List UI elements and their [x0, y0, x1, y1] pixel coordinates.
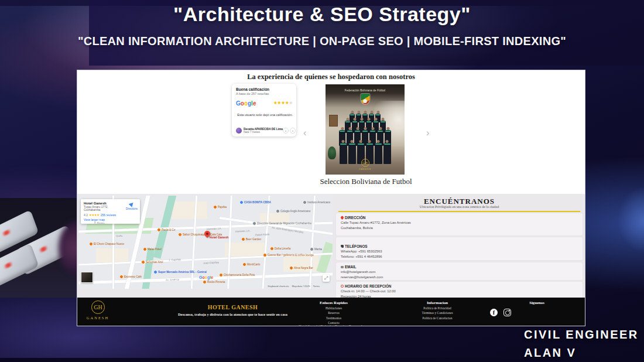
player-figure: [340, 143, 347, 164]
poi-dot-icon: [263, 253, 267, 257]
poi-dot-icon: [157, 228, 161, 232]
map-block: [225, 243, 266, 257]
map-poi[interactable]: Alma Negra Bar: [289, 266, 313, 270]
footer-link-terminos[interactable]: Términos y Condiciones: [405, 311, 470, 315]
footer-link-reservas[interactable]: Reservas: [310, 311, 357, 315]
poi-dot-icon: [153, 270, 157, 274]
photo-caption: Seleccion Boliviana de Futbol: [314, 177, 418, 186]
player-figure: [375, 143, 382, 164]
poi-dot-icon: [289, 266, 293, 270]
facebook-icon[interactable]: [490, 309, 498, 316]
poi-dot-icon: [239, 200, 244, 204]
carousel-prev-arrow[interactable]: ‹: [303, 128, 306, 138]
map-poi[interactable]: Super Mercado América SRL - Central: [153, 270, 207, 274]
contact-card-email: EMAIL info@hotelganesh.comreservas@hotel…: [336, 262, 583, 280]
player-figure: [348, 143, 356, 164]
slide-title: "Architecture & SEO Strategy": [0, 3, 644, 26]
poi-dot-icon: [303, 200, 307, 204]
poi-dot-icon: [119, 275, 124, 279]
reviewer-avatar: [236, 128, 242, 134]
footer-link-privacidad[interactable]: Política de Privacidad: [405, 306, 470, 310]
footer-link-cancelacion[interactable]: Política de Cancelacion: [405, 316, 470, 320]
phone-icon: [341, 245, 344, 248]
review-note: Esta usuario solo dejó una calificación.: [236, 113, 293, 117]
directions-icon: [129, 201, 135, 207]
map-poi[interactable]: Hotel Ganesh: [210, 235, 228, 239]
map-poi[interactable]: Instituto Americano: [303, 200, 330, 204]
website-screenshot: La experiencia de quienes se hospedaron …: [77, 70, 585, 326]
map-street-label: P. Retros: [94, 221, 105, 224]
footer-link-habitaciones[interactable]: Habitaciones: [310, 306, 357, 310]
map-poi[interactable]: Dirección General de Migración Cochabamb…: [252, 221, 311, 226]
google-logo: Google: [236, 97, 256, 108]
testimonials-heading: La experiencia de quienes se hospedaron …: [77, 73, 585, 81]
map-poi[interactable]: Marita: [310, 247, 322, 251]
map-poi[interactable]: Malai Pokel: [143, 247, 162, 251]
poi-dot-icon: [143, 247, 147, 251]
poi-dot-icon: [270, 247, 274, 251]
map-poi[interactable]: CASA BONITA CBBA: [239, 200, 271, 204]
hotel-monogram-name: GANESH: [326, 168, 405, 170]
map-poi[interactable]: Colegio Anglo Americano: [276, 209, 310, 213]
review-prev-button[interactable]: ‹: [283, 128, 289, 134]
footer-hotel-title: HOTEL GANESH: [176, 304, 290, 310]
map-street-label: Juan Capriles: [203, 261, 219, 264]
poi-dot-icon: [276, 209, 280, 213]
contact-card-address: DIRECCIÓN Calle Tupac Amaru #1772, Zona …: [336, 213, 583, 235]
map-imagery-thumbnail[interactable]: [81, 272, 93, 283]
site-footer: GH GANESH HOTEL GANESH Descansa, trabaja…: [77, 298, 585, 326]
footer-info-header: Informacion: [405, 300, 470, 305]
map-street-label: Av. América: [166, 278, 179, 282]
review-card-subtitle: A base de 257 reseñas: [236, 92, 293, 95]
map-canal: [141, 248, 155, 289]
map-poi[interactable]: Chicharronería Doña Pola: [219, 273, 255, 277]
keyboard-shortcuts-link[interactable]: Keyboard shortcuts: [268, 285, 289, 288]
poi-dot-icon: [310, 247, 314, 251]
footer-quicklinks-header: Enlaces Rapidos: [310, 300, 357, 305]
watermark-line2: ALAN V: [524, 344, 639, 362]
map-poi[interactable]: Señoritas Azul: [141, 260, 163, 264]
map-poi[interactable]: Doña Limeña: [270, 247, 290, 251]
footer-monogram-icon: GH: [91, 300, 105, 314]
poi-dot-icon: [178, 233, 182, 237]
poi-dot-icon: [203, 280, 207, 284]
map-terms-link[interactable]: Terms: [313, 285, 320, 288]
view-larger-map-link[interactable]: View larger map: [84, 218, 137, 221]
review-next-button[interactable]: ›: [290, 128, 296, 134]
map-poi[interactable]: Cosmo Bar / galletería & coffee lounge: [263, 253, 314, 257]
footer-copyright-partial: Hotel Ganesh | Todos los Derechos Reserv…: [203, 325, 461, 326]
instagram-icon[interactable]: [503, 309, 511, 316]
poi-dot-icon: [141, 260, 145, 264]
directions-link[interactable]: Directions: [126, 202, 138, 210]
hotel-monogram-icon: GH: [361, 159, 369, 167]
keyboard-key: [0, 243, 39, 290]
google-review-card[interactable]: Buena calificación A base de 257 reseñas…: [232, 84, 296, 136]
map-poi[interactable]: MontiCarlo: [242, 262, 260, 267]
map-poi[interactable]: Beer Garden: [241, 237, 261, 241]
slide: "Architecture & SEO Strategy" "CLEAN INF…: [0, 0, 644, 362]
map-street-label: Hartman J.A.: [235, 229, 251, 233]
google-maps-logo: Google: [199, 275, 213, 279]
map-block: [172, 202, 207, 219]
map-poi[interactable]: Pajolka: [213, 205, 227, 209]
contact-card-hours: HORARIO DE RECEPCIÓN Check-in: 14:00 — C…: [336, 282, 583, 299]
map-data-label: Map data ©2025: [292, 285, 310, 288]
review-card-title: Buena calificación: [236, 87, 293, 91]
footer-logo-name: GANESH: [81, 316, 115, 320]
map-poi[interactable]: Paola & Co: [157, 228, 175, 232]
map-poi[interactable]: El Churo Chapaco Nuevo: [89, 242, 124, 246]
map-fullscreen-button[interactable]: ⤢: [323, 275, 330, 282]
carousel-next-arrow[interactable]: ›: [426, 128, 429, 138]
contact-section: ENCUÉNTRANOS Ubicacion Priviligiada en u…: [333, 194, 585, 298]
address-pin-icon: [340, 216, 344, 220]
review-time: hace 7 meses: [244, 131, 283, 134]
map-canvas[interactable]: Hotel Ganesh Tupac Amaru 1772, Cochabamb…: [78, 196, 333, 289]
footer-link-testimonios[interactable]: Testimonios: [310, 316, 357, 320]
map-attribution: Keyboard shortcuts Map data ©2025 Terms: [268, 285, 320, 288]
map-poi[interactable]: Espresso Café: [119, 275, 142, 279]
map-poi[interactable]: Rocks Pizzeria: [203, 280, 225, 284]
map-reviews-link[interactable]: 256 reviews: [101, 213, 117, 217]
poi-dot-icon: [219, 273, 223, 277]
footer-tagline: Descansa, trabaja y disfruta con la aten…: [176, 312, 290, 317]
poi-dot-icon: [242, 262, 246, 267]
